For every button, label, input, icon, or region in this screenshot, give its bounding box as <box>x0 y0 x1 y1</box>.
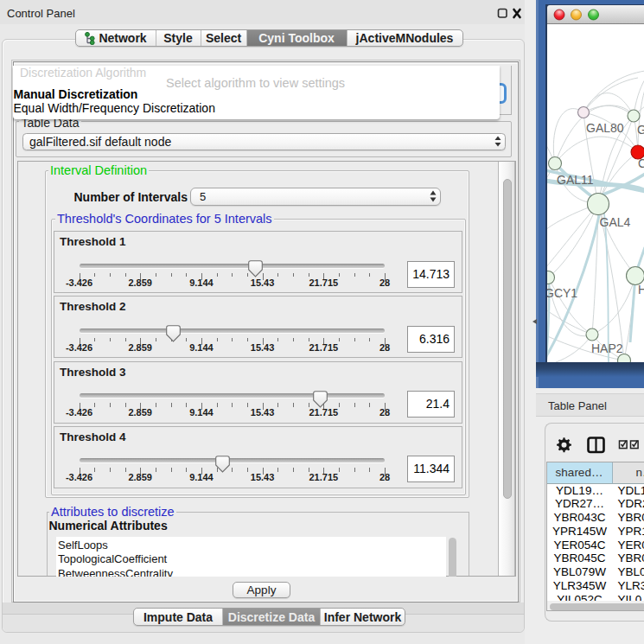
svg-text:H: H <box>638 283 644 296</box>
svg-text:GAL4: GAL4 <box>599 215 630 229</box>
svg-text:GAL80: GAL80 <box>586 121 624 135</box>
svg-text:C: C <box>638 156 644 170</box>
svg-text:GAL11: GAL11 <box>557 173 594 187</box>
svg-text:HAP2: HAP2 <box>591 341 623 355</box>
svg-text:GA: GA <box>637 123 644 137</box>
svg-text:GCY1: GCY1 <box>547 286 577 300</box>
